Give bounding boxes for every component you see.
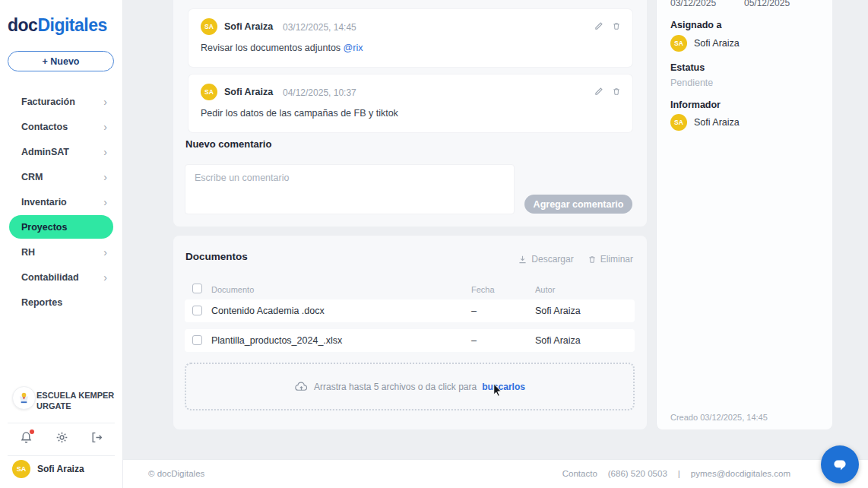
status-value[interactable]: Pendiente [670, 78, 713, 88]
sidebar-item-crm[interactable]: CRM › [0, 164, 122, 189]
user-avatar: SA [12, 460, 30, 478]
gear-icon [55, 431, 68, 444]
comment-input[interactable] [185, 164, 515, 214]
notifications-bell-icon[interactable] [20, 431, 33, 445]
settings-gear-icon[interactable] [55, 431, 69, 445]
comment-timestamp: 04/12/2025, 10:37 [283, 87, 356, 98]
comment-author-avatar: SA [201, 84, 217, 100]
comment-author: Sofi Araiza [224, 87, 273, 97]
sidebar-item-label: Proyectos [21, 222, 67, 233]
reporter-label: Informador [670, 100, 721, 110]
assigned-avatar: SA [670, 35, 687, 52]
comment-author-avatar: SA [201, 18, 217, 35]
chat-widget-button[interactable] [821, 445, 859, 483]
table-row[interactable]: Contenido Academia .docx – Sofi Araiza [185, 299, 635, 322]
date-range: 03/12/2025 05/12/2025 [670, 0, 716, 8]
status-label: Estatus [670, 62, 705, 73]
created-timestamp: Creado 03/12/2025, 14:45 [670, 413, 768, 422]
chevron-right-icon: › [103, 171, 107, 183]
chevron-right-icon: › [103, 246, 107, 258]
delete-trash-icon[interactable] [612, 86, 622, 96]
app-logo: docDigitales [8, 15, 107, 36]
table-row[interactable]: Plantilla_productos_2024_.xlsx – Sofi Ar… [185, 329, 635, 352]
sidebar-item-label: CRM [21, 172, 43, 182]
row-checkbox[interactable] [192, 306, 202, 315]
comment-timestamp: 03/12/2025, 14:45 [283, 22, 356, 33]
download-icon [518, 255, 527, 265]
column-documento: Documento [211, 285, 254, 294]
sidebar-item-label: Facturación [21, 97, 75, 107]
documents-section: Documentos Descargar Eliminar Documento … [173, 236, 647, 429]
reporter-name: Sofi Araiza [694, 117, 740, 128]
sidebar-item-label: Inventario [21, 197, 67, 208]
trash-icon [588, 255, 597, 265]
footer: © docDigitales Contacto (686) 520 0503 |… [123, 459, 868, 488]
exit-icon [90, 431, 103, 444]
contact-phone[interactable]: (686) 520 0503 [608, 469, 667, 478]
file-dropzone[interactable]: Arrastra hasta 5 archivos o da click par… [185, 363, 635, 410]
sidebar-item-rh[interactable]: RH › [0, 239, 122, 265]
sidebar-menu: Facturación › Contactos › AdminSAT › CRM… [0, 89, 122, 315]
logo-part-digitales: Digitales [37, 15, 106, 35]
sidebar-item-contactos[interactable]: Contactos › [0, 114, 122, 139]
sidebar-item-facturacion[interactable]: Facturación › [0, 89, 122, 114]
assigned-person[interactable]: SA Sofi Araiza [670, 35, 740, 52]
add-comment-button[interactable]: Agregar comentario [524, 195, 632, 214]
notification-dot [30, 429, 34, 434]
delete-button[interactable]: Eliminar [588, 254, 633, 265]
delete-trash-icon[interactable] [612, 21, 622, 30]
document-name: Contenido Academia .docx [211, 306, 325, 316]
column-fecha: Fecha [471, 285, 495, 294]
details-panel: 03/12/2025 05/12/2025 Asignado a SA Sofi… [656, 0, 832, 429]
chevron-right-icon: › [103, 96, 107, 108]
sidebar-item-label: Reportes [21, 297, 62, 308]
end-date[interactable]: 05/12/2025 [744, 0, 790, 8]
sidebar-item-adminsat[interactable]: AdminSAT › [0, 139, 122, 164]
delete-label: Eliminar [600, 254, 633, 265]
reporter-avatar: SA [670, 114, 687, 131]
select-all-checkbox[interactable] [192, 284, 202, 293]
contact-email[interactable]: pymes@docdigitales.com [691, 469, 790, 478]
sidebar-item-label: Contactos [21, 122, 68, 132]
divider [8, 423, 115, 423]
separator: | [678, 469, 680, 478]
assigned-name: Sofi Araiza [694, 38, 740, 49]
chevron-right-icon: › [103, 146, 107, 158]
sidebar: docDigitales + Nuevo Facturación › Conta… [0, 0, 123, 488]
comment-text: Pedir los datos de las campañas de FB y … [201, 108, 398, 119]
current-user[interactable]: SA Sofi Araiza [12, 460, 84, 478]
new-comment-label: Nuevo comentario [185, 138, 271, 150]
chat-bubble-icon [830, 455, 850, 474]
download-button[interactable]: Descargar [518, 254, 573, 265]
comment-item: SA Sofi Araiza 03/12/2025, 14:45 Revisar… [188, 9, 632, 67]
document-date: – [471, 306, 477, 316]
sidebar-item-contabilidad[interactable]: Contabilidad › [0, 265, 122, 290]
document-author: Sofi Araiza [535, 306, 581, 316]
sidebar-item-proyectos[interactable]: Proyectos [9, 215, 113, 239]
divider [8, 455, 115, 456]
sidebar-item-label: Contabilidad [21, 272, 79, 283]
chevron-right-icon: › [103, 121, 107, 133]
logout-icon[interactable] [90, 431, 104, 445]
organization-avatar[interactable] [12, 386, 36, 410]
reporter-person[interactable]: SA Sofi Araiza [670, 114, 740, 131]
document-author: Sofi Araiza [535, 335, 581, 346]
dropzone-text: Arrastra hasta 5 archivos o da click par… [314, 382, 477, 392]
sidebar-item-reportes[interactable]: Reportes [0, 290, 122, 315]
mention-link[interactable]: @rix [344, 43, 363, 53]
comments-section: SA Sofi Araiza 03/12/2025, 14:45 Revisar… [173, 0, 647, 227]
footer-contact: Contacto (686) 520 0503 | pymes@docdigit… [562, 469, 790, 478]
browse-files-link[interactable]: buscarlos [482, 382, 525, 392]
comment-item: SA Sofi Araiza 04/12/2025, 10:37 Pedir l… [188, 74, 632, 132]
sidebar-item-label: RH [21, 247, 35, 258]
new-button[interactable]: + Nuevo [8, 51, 114, 71]
sidebar-item-inventario[interactable]: Inventario › [0, 189, 122, 214]
column-autor: Autor [535, 285, 555, 294]
table-header: Documento Fecha Autor [173, 283, 647, 296]
row-checkbox[interactable] [192, 335, 202, 345]
start-date[interactable]: 03/12/2025 [670, 0, 716, 8]
chevron-right-icon: › [103, 196, 107, 208]
edit-pencil-icon[interactable] [594, 21, 603, 30]
user-name: Sofi Araiza [37, 464, 84, 474]
edit-pencil-icon[interactable] [594, 86, 603, 96]
